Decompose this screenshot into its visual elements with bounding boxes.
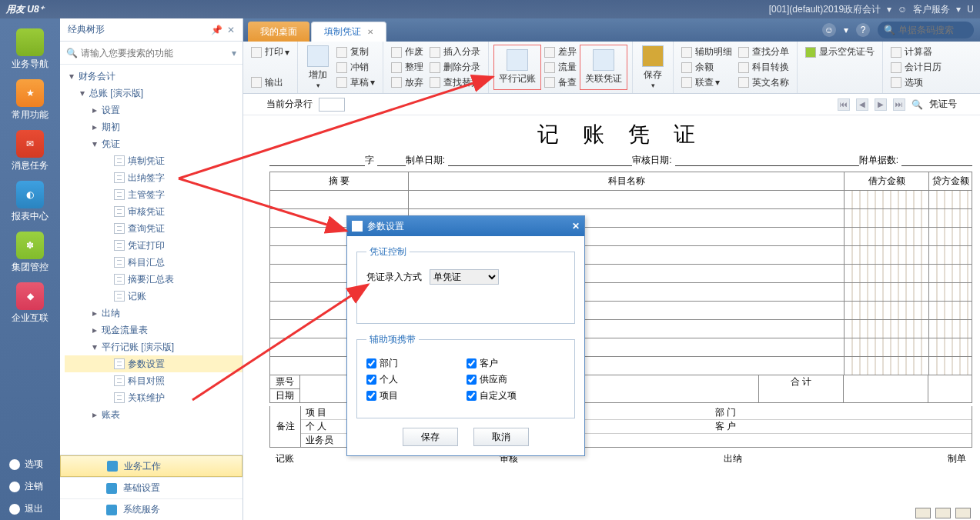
ribbon-showblank[interactable]: 显示空凭证号 bbox=[804, 45, 876, 60]
tree-cashier-sign[interactable]: 出纳签字 bbox=[65, 169, 242, 186]
ribbon-void[interactable]: 作废 bbox=[390, 45, 425, 60]
cb-person[interactable]: 个人 bbox=[366, 373, 459, 386]
tab-desktop[interactable]: 我的桌面 bbox=[248, 22, 309, 42]
ribbon-backup[interactable]: 备查 bbox=[543, 75, 578, 90]
tree-post[interactable]: 记账 bbox=[65, 288, 242, 305]
ribbon-save[interactable]: 保存▾ bbox=[637, 45, 668, 90]
view-icon-2[interactable] bbox=[935, 508, 951, 518]
ribbon-findreplace[interactable]: 查找替换 bbox=[428, 75, 482, 90]
ribbon-insertline[interactable]: 插入分录 bbox=[428, 45, 482, 60]
ribbon-flow[interactable]: 流量 bbox=[543, 60, 578, 75]
ribbon-engname[interactable]: 英文名称 bbox=[737, 75, 791, 90]
rail-exit[interactable]: 退出 bbox=[0, 498, 60, 520]
ribbon-option[interactable]: 选项 bbox=[889, 75, 943, 90]
dropdown-icon[interactable]: ▾ bbox=[956, 4, 961, 15]
rail-report[interactable]: ◐报表中心 bbox=[7, 178, 53, 225]
group-voucher-control: 凭证控制 凭证录入方式 单凭证 bbox=[356, 245, 575, 324]
tree-rel-maint[interactable]: 关联维护 bbox=[65, 389, 242, 406]
tree-param-setting[interactable]: 参数设置 bbox=[65, 355, 242, 372]
barcode-search[interactable]: 🔍 bbox=[878, 22, 974, 38]
help-icon[interactable]: ? bbox=[856, 23, 870, 37]
tab-fill-voucher[interactable]: 填制凭证✕ bbox=[311, 22, 386, 42]
ribbon-print[interactable]: 打印 ▾ bbox=[249, 45, 291, 60]
tree-cashier-node[interactable]: 出纳 bbox=[65, 305, 242, 322]
cb-customer[interactable]: 客户 bbox=[467, 357, 559, 370]
tree-subj-compare[interactable]: 科目对照 bbox=[65, 372, 242, 389]
save-button[interactable]: 保存 bbox=[403, 428, 458, 446]
rail-group[interactable]: ✽集团管控 bbox=[7, 229, 53, 275]
view-icon-1[interactable] bbox=[915, 508, 931, 518]
cb-custom[interactable]: 自定义项 bbox=[467, 389, 559, 402]
ribbon-draft[interactable]: 草稿 ▾ bbox=[335, 75, 376, 90]
ribbon-abandon[interactable]: 放弃 bbox=[390, 75, 425, 90]
tree-subj-summary[interactable]: 科目汇总 bbox=[65, 254, 242, 271]
ribbon-calc[interactable]: 计算器 bbox=[889, 45, 943, 60]
tree-voucher[interactable]: 凭证 bbox=[65, 135, 242, 152]
nav-next-icon[interactable]: ▶ bbox=[875, 98, 887, 111]
ribbon-findsingle[interactable]: 查找分单 bbox=[737, 45, 791, 60]
rail-enterprise[interactable]: ◆企业互联 bbox=[7, 280, 53, 326]
ribbon-auxdetail[interactable]: 辅助明细 bbox=[680, 45, 734, 60]
ribbon-balance[interactable]: 余额 bbox=[680, 60, 734, 75]
ribbon-calendar[interactable]: 会计日历 bbox=[889, 60, 943, 75]
cb-dept[interactable]: 部门 bbox=[366, 357, 459, 370]
ribbon-deleteline[interactable]: 删除分录 bbox=[428, 60, 482, 75]
ribbon-copy[interactable]: 复制 bbox=[335, 45, 376, 60]
tree-parallel[interactable]: 平行记账 [演示版] bbox=[65, 338, 242, 355]
ribbon-offset[interactable]: 冲销 bbox=[335, 60, 376, 75]
tree-summary-table[interactable]: 摘要汇总表 bbox=[65, 271, 242, 288]
dropdown-icon[interactable]: ▾ bbox=[232, 48, 236, 58]
u-menu[interactable]: U bbox=[967, 4, 974, 15]
pin-icon[interactable]: 📌 bbox=[211, 25, 222, 35]
dropdown-icon[interactable]: ▾ bbox=[887, 4, 891, 15]
tree-audit-voucher[interactable]: 审核凭证 bbox=[65, 203, 242, 220]
rail-msg[interactable]: ✉消息任务 bbox=[7, 128, 53, 174]
ribbon-relquery[interactable]: 联查 ▾ bbox=[680, 75, 734, 90]
close-icon[interactable]: ✕ bbox=[367, 28, 373, 36]
bottom-tab-work[interactable]: 业务工作 bbox=[60, 455, 242, 477]
dropdown-icon[interactable]: ▾ bbox=[844, 25, 848, 35]
smile-icon[interactable]: ☺ bbox=[822, 23, 836, 37]
ribbon-related[interactable]: 关联凭证 bbox=[580, 45, 627, 90]
ribbon-subjconv[interactable]: 科目转换 bbox=[737, 60, 791, 75]
tree-search-input[interactable] bbox=[81, 48, 229, 58]
tree-initial[interactable]: 期初 bbox=[65, 118, 242, 135]
ribbon-add[interactable]: 增加▾ bbox=[303, 45, 333, 90]
ribbon-tidy[interactable]: 整理 bbox=[390, 60, 425, 75]
rail-logout[interactable]: 注销 bbox=[0, 475, 60, 498]
dialog-title: 参数设置 bbox=[367, 220, 572, 233]
tree-settings[interactable]: 设置 bbox=[65, 102, 242, 118]
tree-manager-sign[interactable]: 主管签字 bbox=[65, 186, 242, 203]
inputmethod-select[interactable]: 单凭证 bbox=[430, 269, 499, 285]
org-label[interactable]: [001](default)2019政府会计 bbox=[769, 3, 881, 16]
tree-accounts[interactable]: 账表 bbox=[65, 406, 242, 423]
nav-last-icon[interactable]: ⏭ bbox=[893, 98, 905, 111]
ribbon-parallel[interactable]: 平行记账 bbox=[493, 45, 541, 90]
tree-root[interactable]: 财务会计 bbox=[65, 68, 242, 85]
tree-query-voucher[interactable]: 查询凭证 bbox=[65, 220, 242, 237]
nav-prev-icon[interactable]: ◀ bbox=[856, 98, 868, 111]
cb-project[interactable]: 项目 bbox=[366, 389, 459, 402]
gear-icon bbox=[9, 459, 20, 470]
rail-nav[interactable]: 业务导航 bbox=[7, 26, 53, 72]
cb-supplier[interactable]: 供应商 bbox=[467, 373, 559, 386]
curline-input[interactable] bbox=[319, 98, 345, 112]
tree-print-voucher[interactable]: 凭证打印 bbox=[65, 237, 242, 254]
close-icon[interactable]: ✕ bbox=[572, 221, 580, 232]
rail-fav[interactable]: ★常用功能 bbox=[7, 77, 53, 123]
bottom-tab-base[interactable]: 基础设置 bbox=[60, 477, 242, 498]
service-icon[interactable]: ☺ bbox=[898, 4, 907, 15]
view-icon-3[interactable] bbox=[955, 508, 971, 518]
nav-first-icon[interactable]: ⏮ bbox=[838, 98, 850, 111]
ribbon-diff[interactable]: 差异 bbox=[543, 45, 578, 60]
customer-service[interactable]: 客户服务 bbox=[913, 3, 950, 16]
ribbon-output[interactable]: 输出 bbox=[249, 75, 291, 90]
rail-option[interactable]: 选项 bbox=[0, 453, 60, 475]
cancel-button[interactable]: 取消 bbox=[473, 428, 529, 446]
tree-fill-voucher[interactable]: 填制凭证 bbox=[65, 152, 242, 169]
tree-cashflow[interactable]: 现金流量表 bbox=[65, 322, 242, 338]
search-icon[interactable]: 🔍 bbox=[911, 99, 923, 110]
close-icon[interactable]: ✕ bbox=[227, 25, 235, 35]
tree-ledger[interactable]: 总账 [演示版] bbox=[65, 85, 242, 102]
bottom-tab-sys[interactable]: 系统服务 bbox=[60, 498, 242, 520]
